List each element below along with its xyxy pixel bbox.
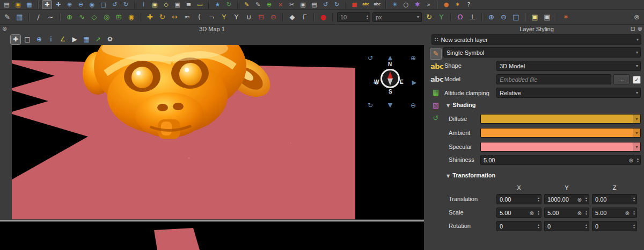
- snapping-icon[interactable]: Ω: [455, 12, 465, 22]
- spinner-arrows[interactable]: ▲▼: [633, 195, 635, 204]
- diffuse-color-button[interactable]: ▾: [480, 114, 641, 124]
- spinner-arrows[interactable]: ▲▼: [585, 222, 588, 231]
- camera-rotate-tool-icon[interactable]: □: [23, 35, 32, 44]
- translation-y-spinbox[interactable]: 1000.00 ⊗ ▲▼: [544, 194, 589, 204]
- shape-combobox[interactable]: 3D Model ▾: [496, 61, 641, 71]
- spinner-arrows[interactable]: ▲▼: [537, 195, 540, 204]
- translation-z-spinbox[interactable]: 0.00 ⊗ ▲▼: [592, 194, 637, 204]
- zoom-out-button[interactable]: ⊖: [409, 101, 418, 110]
- zoom-native-icon[interactable]: ◉: [87, 1, 97, 9]
- embed-file-checkbox[interactable]: ✓: [633, 76, 641, 84]
- toolbar-overflow-icon[interactable]: ⊗: [632, 12, 642, 22]
- add-line-icon[interactable]: ∿: [77, 12, 87, 22]
- select-features-icon[interactable]: ▣: [150, 1, 159, 9]
- python-console-icon[interactable]: »: [424, 1, 433, 9]
- offset-curve-icon[interactable]: (: [194, 12, 204, 22]
- plugin-icon[interactable]: ✶: [453, 1, 462, 9]
- deselect-alt-icon[interactable]: ▣: [542, 12, 552, 22]
- reshape-features-icon[interactable]: ¬: [207, 12, 217, 22]
- chevron-down-icon[interactable]: ▾: [633, 128, 640, 137]
- help-icon[interactable]: ?: [464, 1, 473, 9]
- symbology-tab[interactable]: ✎: [430, 48, 441, 59]
- trim-extend-icon[interactable]: Γ: [299, 12, 310, 22]
- select-polygon-icon[interactable]: ◇: [162, 1, 171, 9]
- float-icon[interactable]: ⊡: [631, 25, 635, 33]
- translation-x-spinbox[interactable]: 0.00 ⊗ ▲▼: [496, 194, 541, 204]
- measure-line-icon[interactable]: ∠: [58, 35, 68, 44]
- zoom-tool-icon[interactable]: ⊕: [34, 35, 44, 44]
- undo-icon[interactable]: ↺: [321, 1, 330, 9]
- new-bookmark-icon[interactable]: ★: [213, 1, 222, 9]
- rotation-z-spinbox[interactable]: 0 ⊗ ▲▼: [592, 221, 637, 231]
- zoom-out-alt-icon[interactable]: ⊖: [499, 12, 509, 22]
- spinner-arrows[interactable]: ▲▼: [585, 195, 588, 204]
- attribute-table-icon[interactable]: ≡: [184, 1, 193, 9]
- zoom-in-icon[interactable]: ⊕: [65, 1, 74, 9]
- clear-icon[interactable]: ⊗: [530, 210, 534, 216]
- zoom-last-icon[interactable]: ↺: [110, 1, 119, 9]
- zoom-full-alt-icon[interactable]: □: [511, 12, 521, 22]
- altitude-clamping-combobox[interactable]: Relative ▾: [496, 88, 641, 98]
- split-features-icon[interactable]: Y: [219, 12, 229, 22]
- move-down-button[interactable]: ▼: [386, 101, 394, 110]
- browse-button[interactable]: ...: [613, 74, 630, 84]
- add-feature-icon[interactable]: ⊕: [265, 1, 274, 9]
- identify-features-icon[interactable]: i: [139, 1, 148, 9]
- spinner-arrows[interactable]: ▲▼: [633, 222, 635, 231]
- fill-ring-icon[interactable]: ◉: [126, 12, 136, 22]
- split-parts-icon[interactable]: Y: [231, 12, 241, 22]
- select-alt-icon[interactable]: ▣: [530, 12, 540, 22]
- spinner-arrows[interactable]: ▲▼: [585, 208, 588, 217]
- scale-z-spinbox[interactable]: 5.00 ⊗ ▲▼: [592, 208, 637, 218]
- identify-tool-icon[interactable]: i: [46, 35, 56, 44]
- clipboard-icon[interactable]: ▤: [2, 1, 11, 9]
- redo-icon[interactable]: ↻: [332, 1, 341, 9]
- model-file-input[interactable]: [496, 74, 611, 84]
- diagrams-tab[interactable]: ▧: [430, 100, 441, 111]
- vertex-tool-icon[interactable]: ◆: [287, 12, 297, 22]
- shininess-spinbox[interactable]: 5.00 ⊗ ▲▼: [480, 155, 641, 165]
- merge-features-icon[interactable]: ∪: [244, 12, 254, 22]
- save-as-image-icon[interactable]: ▦: [82, 35, 91, 44]
- record-vertices-icon[interactable]: ●: [318, 12, 328, 22]
- zoom-full-icon[interactable]: □: [99, 1, 108, 9]
- add-ring-icon[interactable]: ◎: [101, 12, 112, 22]
- clear-icon[interactable]: ⊗: [577, 210, 582, 216]
- scene-configuration-icon[interactable]: ⚙: [105, 35, 115, 44]
- scale-y-spinbox[interactable]: 5.00 ⊗ ▲▼: [544, 208, 589, 218]
- camera-pan-tool-icon[interactable]: ✚: [11, 35, 20, 44]
- zoom-next-icon[interactable]: ↻: [121, 1, 130, 9]
- open-project-icon[interactable]: ▣: [13, 1, 23, 9]
- export-scene-icon[interactable]: ↗: [93, 35, 103, 44]
- save-layer-edits-icon[interactable]: ▦: [14, 12, 25, 22]
- transformation-group-header[interactable]: ▼Transformation: [447, 172, 495, 178]
- scale-feature-icon[interactable]: ↔: [170, 12, 180, 22]
- move-right-button[interactable]: ▶: [410, 78, 419, 87]
- clear-icon[interactable]: ⊗: [577, 196, 582, 202]
- topology-checker-icon[interactable]: ⊥: [467, 12, 478, 22]
- close-icon[interactable]: ⊗: [2, 25, 7, 33]
- rotate-feature-icon[interactable]: ↻: [157, 12, 167, 22]
- tracing-icon[interactable]: Y: [436, 12, 447, 22]
- copy-features-icon[interactable]: ▣: [298, 1, 308, 9]
- scale-x-spinbox[interactable]: 5.00 ⊗ ▲▼: [496, 208, 541, 218]
- zoom-in-alt-icon[interactable]: ⊕: [486, 12, 496, 22]
- compass[interactable]: [380, 69, 400, 88]
- temporal-controller-icon[interactable]: ○: [401, 1, 411, 9]
- shading-group-header[interactable]: ▼Shading: [447, 102, 476, 108]
- history-tab[interactable]: ↺: [430, 113, 441, 124]
- delete-ring-icon[interactable]: ⊖: [268, 12, 279, 22]
- symbology-3d-tab[interactable]: ▦: [430, 87, 441, 98]
- pan-map-icon[interactable]: ✚: [42, 1, 52, 9]
- pan-to-selection-icon[interactable]: ✚: [54, 1, 63, 9]
- tilt-up-button[interactable]: ↺: [366, 54, 375, 62]
- measure-icon[interactable]: ▭: [195, 1, 204, 9]
- digitize-segment-icon[interactable]: /: [33, 12, 43, 22]
- spinner-arrows[interactable]: ▲▼: [366, 13, 369, 22]
- add-point-icon[interactable]: ⊕: [64, 12, 75, 22]
- mask-tab[interactable]: abc: [430, 74, 441, 85]
- save-project-icon[interactable]: ▦: [25, 1, 34, 9]
- new-3d-map-icon[interactable]: ✳: [390, 1, 399, 9]
- add-polygon-icon[interactable]: ◇: [89, 12, 99, 22]
- ambient-color-button[interactable]: ▾: [480, 128, 641, 138]
